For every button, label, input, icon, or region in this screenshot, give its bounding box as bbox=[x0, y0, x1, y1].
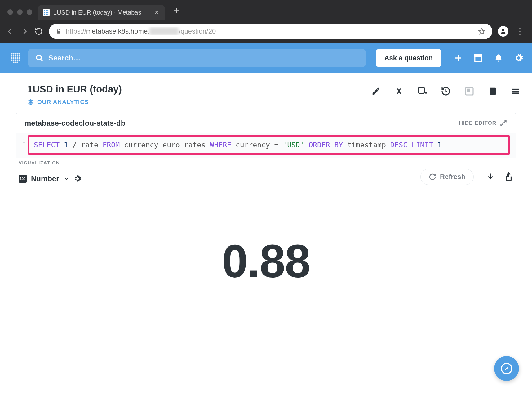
search-icon bbox=[35, 54, 43, 62]
svg-point-26 bbox=[11, 59, 12, 61]
line-number: 1 bbox=[16, 133, 28, 158]
compass-icon bbox=[500, 362, 513, 375]
url-redacted: xx bbox=[149, 27, 179, 35]
svg-point-25 bbox=[18, 57, 20, 59]
browser-menu-icon[interactable]: ⋮ bbox=[514, 27, 526, 36]
svg-point-4 bbox=[46, 12, 47, 13]
database-selector[interactable]: metabase-codeclou-stats-db bbox=[24, 119, 125, 128]
hide-editor-label: HIDE EDITOR bbox=[459, 120, 496, 126]
traffic-minimize-icon[interactable] bbox=[17, 9, 23, 15]
question-header: 1USD in EUR (today) OUR ANALYTICS bbox=[9, 73, 523, 105]
browser-titlebar: 1USD in EUR (today) · Metabas ✕ ＋ bbox=[0, 0, 532, 20]
metabase-logo-icon[interactable] bbox=[9, 51, 22, 65]
svg-rect-44 bbox=[467, 89, 469, 91]
tab-title: 1USD in EUR (today) · Metabas bbox=[53, 9, 150, 16]
svg-point-17 bbox=[13, 55, 14, 56]
svg-point-14 bbox=[16, 53, 18, 54]
svg-point-16 bbox=[11, 55, 12, 56]
nav-forward-button[interactable] bbox=[20, 27, 29, 35]
svg-point-34 bbox=[37, 55, 41, 60]
viz-section-label: VISUALIZATION bbox=[19, 160, 60, 165]
history-icon[interactable] bbox=[441, 86, 451, 96]
svg-point-23 bbox=[15, 57, 16, 59]
svg-line-35 bbox=[41, 59, 42, 61]
svg-point-30 bbox=[18, 59, 20, 61]
sql-editor[interactable]: SELECT 1 / rate FROM currency_euro_rates… bbox=[28, 135, 510, 155]
add-to-dashboard-icon[interactable] bbox=[417, 86, 427, 96]
svg-rect-40 bbox=[419, 87, 424, 93]
bell-icon[interactable] bbox=[494, 54, 503, 62]
sql-editor-panel: metabase-codeclou-stats-db HIDE EDITOR 1… bbox=[16, 113, 516, 158]
browser-toolbar: https://metabase.k8s.home.xx/question/20… bbox=[0, 20, 532, 43]
window-controls[interactable] bbox=[3, 9, 38, 20]
svg-point-29 bbox=[16, 59, 18, 61]
tab-favicon-icon bbox=[43, 9, 50, 16]
svg-point-22 bbox=[13, 57, 14, 59]
svg-marker-9 bbox=[479, 28, 485, 34]
bookmark-star-icon[interactable] bbox=[478, 28, 485, 35]
viz-settings-gear-icon[interactable] bbox=[73, 175, 82, 183]
svg-point-15 bbox=[18, 53, 20, 54]
refresh-button[interactable]: Refresh bbox=[420, 169, 474, 185]
result-value: 0.88 bbox=[9, 235, 523, 288]
svg-point-6 bbox=[44, 14, 45, 15]
reference-icon[interactable] bbox=[488, 87, 497, 96]
collection-stack-icon bbox=[27, 99, 34, 105]
browser-chrome: 1USD in EUR (today) · Metabas ✕ ＋ https:… bbox=[0, 0, 532, 43]
share-icon[interactable] bbox=[504, 172, 513, 181]
address-bar[interactable]: https://metabase.k8s.home.xx/question/20 bbox=[49, 24, 492, 39]
collection-link[interactable]: OUR ANALYTICS bbox=[27, 99, 365, 105]
archive-icon[interactable] bbox=[474, 53, 483, 63]
browser-tab[interactable]: 1USD in EUR (today) · Metabas ✕ bbox=[38, 5, 165, 20]
refresh-label: Refresh bbox=[440, 173, 465, 181]
hide-editor-button[interactable]: HIDE EDITOR bbox=[459, 119, 508, 127]
viz-type-icon: 100 bbox=[19, 175, 27, 183]
svg-point-21 bbox=[11, 57, 12, 59]
collection-name: OUR ANALYTICS bbox=[37, 99, 89, 105]
svg-point-12 bbox=[13, 53, 14, 54]
more-menu-icon[interactable] bbox=[511, 87, 520, 96]
svg-rect-39 bbox=[475, 55, 482, 57]
search-bar[interactable] bbox=[28, 49, 366, 67]
viz-type-selector[interactable]: Number bbox=[31, 174, 59, 183]
svg-point-32 bbox=[15, 61, 16, 63]
nav-back-button[interactable] bbox=[6, 27, 15, 35]
svg-point-33 bbox=[16, 61, 18, 63]
new-tab-button[interactable]: ＋ bbox=[165, 4, 188, 20]
ask-question-button[interactable]: Ask a question bbox=[376, 49, 441, 67]
svg-point-13 bbox=[15, 53, 16, 54]
app-header: Ask a question bbox=[0, 43, 532, 73]
question-actions bbox=[371, 84, 523, 96]
tab-close-icon[interactable]: ✕ bbox=[154, 9, 159, 16]
download-icon[interactable] bbox=[486, 172, 495, 181]
create-plus-icon[interactable] bbox=[454, 54, 463, 62]
svg-point-19 bbox=[16, 55, 18, 56]
svg-point-11 bbox=[11, 53, 12, 54]
page-content: 1USD in EUR (today) OUR ANALYTICS metaba… bbox=[0, 73, 532, 288]
svg-point-24 bbox=[16, 57, 18, 59]
svg-point-7 bbox=[46, 14, 47, 15]
traffic-zoom-icon[interactable] bbox=[27, 9, 32, 15]
variable-x-icon[interactable] bbox=[394, 87, 404, 96]
nav-reload-button[interactable] bbox=[35, 27, 43, 35]
refresh-icon bbox=[429, 173, 436, 181]
svg-point-8 bbox=[47, 14, 49, 15]
collapse-icon bbox=[499, 119, 508, 127]
edit-pencil-icon[interactable] bbox=[371, 87, 381, 96]
search-input[interactable] bbox=[48, 54, 358, 62]
svg-point-3 bbox=[44, 12, 45, 13]
svg-point-10 bbox=[502, 29, 504, 31]
svg-point-2 bbox=[47, 10, 49, 11]
profile-avatar-icon[interactable] bbox=[498, 26, 508, 37]
svg-point-31 bbox=[13, 61, 14, 63]
settings-gear-icon[interactable] bbox=[514, 53, 523, 63]
browse-fab[interactable] bbox=[494, 356, 519, 381]
traffic-close-icon[interactable] bbox=[7, 9, 13, 15]
svg-point-18 bbox=[15, 55, 16, 56]
move-icon[interactable] bbox=[464, 86, 474, 96]
visualization-bar: VISUALIZATION 100 Number Refresh bbox=[9, 158, 523, 185]
chevron-down-icon[interactable] bbox=[64, 176, 69, 181]
svg-point-28 bbox=[15, 59, 16, 61]
url-text: https://metabase.k8s.home.xx/question/20 bbox=[66, 27, 474, 35]
svg-point-1 bbox=[46, 10, 47, 11]
